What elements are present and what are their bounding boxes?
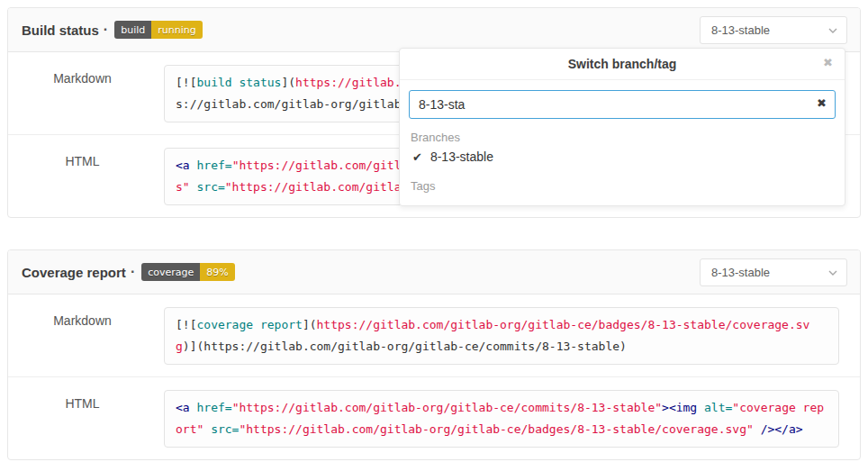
badge-key: build xyxy=(114,21,151,39)
build-status-heading: Build status · build running 8-13-stable xyxy=(8,8,860,52)
popup-bottom-padding xyxy=(400,195,845,205)
row-label-markdown: Markdown xyxy=(8,65,157,122)
row-label-html: HTML xyxy=(8,390,157,448)
branch-selector-label: 8-13-stable xyxy=(711,23,770,37)
badge-value: 89% xyxy=(200,263,234,281)
branch-item-label: 8-13-stable xyxy=(430,149,493,164)
panel-title: Build status xyxy=(22,23,99,38)
close-icon[interactable]: ✖ xyxy=(823,57,833,68)
page: Build status · build running 8-13-stable… xyxy=(0,0,868,471)
title-separator: · xyxy=(104,22,108,38)
popup-title: Switch branch/tag xyxy=(568,57,677,71)
build-status-badge: build running xyxy=(114,21,203,39)
badge-value: running xyxy=(151,21,202,39)
coverage-markdown-snippet: [![coverage report](https://gitlab.com/g… xyxy=(164,307,839,365)
badge-key: coverage xyxy=(141,263,200,281)
row-label-html: HTML xyxy=(8,148,157,205)
markdown-row: Markdown [![coverage report](https://git… xyxy=(8,294,860,377)
coverage-report-panel: Coverage report · coverage 89% 8-13-stab… xyxy=(7,249,861,460)
switch-branch-popup: Switch branch/tag ✖ ✖ Branches ✔ 8-13-st… xyxy=(399,48,845,206)
row-label-markdown: Markdown xyxy=(8,307,157,365)
branch-item-8-13-stable[interactable]: ✔ 8-13-stable xyxy=(400,146,845,168)
branches-section-heading: Branches xyxy=(411,131,834,144)
chevron-down-icon xyxy=(827,25,838,39)
check-icon: ✔ xyxy=(412,150,422,164)
clear-search-icon[interactable]: ✖ xyxy=(817,97,827,109)
title-separator: · xyxy=(131,264,135,280)
branch-search: ✖ xyxy=(409,90,836,119)
html-row: HTML <a href="https://gitlab.com/gitlab-… xyxy=(8,377,860,459)
tags-section-heading: Tags xyxy=(411,179,834,193)
coverage-report-heading: Coverage report · coverage 89% 8-13-stab… xyxy=(8,250,860,294)
branch-selector-dropdown[interactable]: 8-13-stable xyxy=(700,258,847,286)
panel-title: Coverage report xyxy=(22,265,126,280)
branch-selector-label: 8-13-stable xyxy=(711,266,770,279)
branch-search-input[interactable] xyxy=(409,90,836,119)
chevron-down-icon xyxy=(827,267,838,281)
coverage-badge: coverage 89% xyxy=(141,263,235,281)
popup-header: Switch branch/tag ✖ xyxy=(400,49,845,80)
coverage-html-snippet: <a href="https://gitlab.com/gitlab-org/g… xyxy=(164,390,839,448)
branch-selector-dropdown[interactable]: 8-13-stable xyxy=(700,16,847,44)
